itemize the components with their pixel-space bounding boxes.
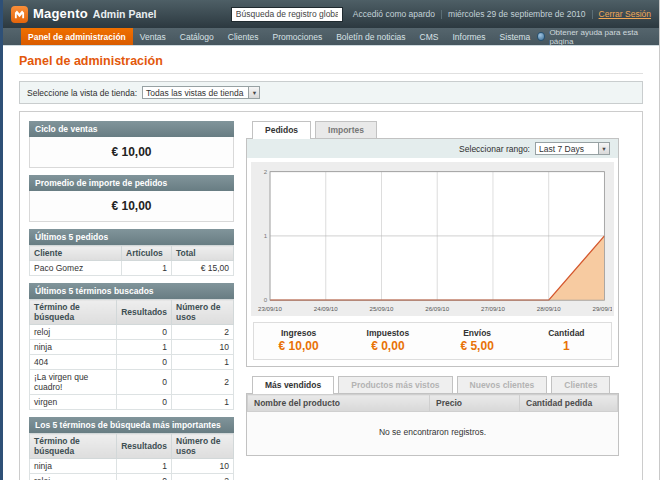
cell-results: 0	[117, 355, 172, 370]
chevron-down-icon	[248, 87, 259, 98]
logout-link[interactable]: Cerrar Sesión	[599, 9, 651, 19]
current-date: miércoles 29 de septiembre de 2010	[448, 9, 586, 19]
cell-results: 0	[117, 395, 172, 410]
table-row[interactable]: Paco Gomez 1 € 15,00	[30, 261, 234, 276]
nav-item-cms[interactable]: CMS	[413, 28, 446, 45]
cell-term: ¡La virgen que cuadro!	[30, 370, 117, 395]
cell-term: ninja	[30, 459, 117, 474]
table-row[interactable]: ninja 1 10	[30, 459, 234, 474]
nav-item-clientes[interactable]: Clientes	[221, 28, 266, 45]
table-header-row: Nombre del producto Precio Cantidad pedi…	[248, 395, 618, 412]
page-help-link[interactable]: Obtener ayuda para esta página	[537, 28, 659, 45]
widget-title: Los 5 términos de búsqueda más important…	[29, 417, 234, 433]
cell-uses: 1	[172, 395, 234, 410]
tab-importes[interactable]: Importes	[315, 121, 377, 138]
col-total: Total	[172, 246, 234, 261]
last-orders-widget: Últimos 5 pedidos Cliente Artículos Tota…	[29, 229, 234, 276]
last-search-terms-table: Término de búsqueda Resultados Número de…	[29, 299, 234, 410]
table-row[interactable]: reloj 0 2	[30, 474, 234, 480]
col-term: Término de búsqueda	[30, 434, 117, 459]
cell-term: 404	[30, 355, 117, 370]
table-header-row: Término de búsqueda Resultados Número de…	[30, 434, 234, 459]
products-table-box: Nombre del producto Precio Cantidad pedi…	[246, 394, 619, 456]
last-orders-table: Cliente Artículos Total Paco Gomez 1 € 1…	[29, 245, 234, 276]
main-navigation: Panel de administración Ventas Catálogo …	[3, 28, 659, 46]
last-search-terms-widget: Últimos 5 términos buscados Término de b…	[29, 283, 234, 410]
table-row[interactable]: 404 0 1	[30, 355, 234, 370]
magento-logo-icon	[11, 6, 28, 23]
cell-items: 1	[122, 261, 172, 276]
sales-cycle-value: € 10,00	[29, 137, 234, 168]
svg-text:1: 1	[264, 232, 268, 239]
col-price: Precio	[430, 395, 520, 412]
top-search-terms-widget: Los 5 términos de búsqueda más important…	[29, 417, 234, 480]
header-bar: Magento Admin Panel Accedió como apardo …	[3, 0, 659, 28]
orders-chart: 01223/09/1024/09/1025/09/1026/09/1027/09…	[253, 166, 612, 315]
widget-title: Ciclo de ventas	[29, 121, 234, 137]
range-select[interactable]: Last 7 Days	[535, 142, 610, 155]
nav-item-ventas[interactable]: Ventas	[133, 28, 173, 45]
cell-uses: 2	[172, 370, 234, 395]
help-icon	[537, 32, 545, 41]
orders-panel: Seleccionar rango: Last 7 Days 01223/09/…	[246, 139, 619, 367]
widget-title: Últimos 5 términos buscados	[29, 283, 234, 299]
col-uses: Número de usos	[172, 300, 234, 325]
cell-results: 1	[117, 340, 172, 355]
col-results: Resultados	[117, 434, 172, 459]
stat-value: € 5,00	[433, 339, 522, 353]
cell-term: ninja	[30, 340, 117, 355]
nav-item-informes[interactable]: Informes	[446, 28, 493, 45]
page-title: Panel de administración	[19, 54, 643, 68]
cell-uses: 1	[172, 355, 234, 370]
cell-total: € 15,00	[172, 261, 234, 276]
svg-text:25/09/10: 25/09/10	[370, 305, 394, 312]
top-search-terms-table: Término de búsqueda Resultados Número de…	[29, 433, 234, 480]
nav-item-promociones[interactable]: Promociones	[266, 28, 330, 45]
tab-mas-vendidos[interactable]: Más vendidos	[252, 376, 334, 394]
table-row[interactable]: ninja 1 10	[30, 340, 234, 355]
dashboard-right-column: Pedidos Importes Seleccionar rango: Last…	[246, 121, 619, 480]
nav-item-boletin[interactable]: Boletín de noticias	[329, 28, 412, 45]
cell-results: 0	[117, 370, 172, 395]
orders-tabbar: Pedidos Importes	[246, 121, 619, 139]
nav-item-catalogo[interactable]: Catálogo	[173, 28, 221, 45]
range-label: Seleccionar rango:	[459, 144, 530, 154]
svg-text:2: 2	[264, 168, 268, 175]
table-row[interactable]: reloj 0 2	[30, 325, 234, 340]
widget-title: Últimos 5 pedidos	[29, 229, 234, 245]
store-view-select[interactable]: Todas las vistas de tienda	[142, 86, 260, 99]
table-row[interactable]: virgen 0 1	[30, 395, 234, 410]
cell-results: 0	[117, 474, 172, 480]
table-row[interactable]: ¡La virgen que cuadro! 0 2	[30, 370, 234, 395]
tab-pedidos[interactable]: Pedidos	[252, 121, 311, 139]
col-product-name: Nombre del producto	[248, 395, 430, 412]
nav-item-dashboard[interactable]: Panel de administración	[21, 28, 133, 45]
stat-impuestos: Impuestos € 0,00	[343, 323, 432, 359]
average-order-value: € 10,00	[29, 191, 234, 222]
stat-value: € 10,00	[254, 339, 343, 353]
stat-envios: Envíos € 5,00	[433, 323, 522, 359]
chart-region: 01223/09/1024/09/1025/09/1026/09/1027/09…	[251, 162, 614, 316]
empty-records-message: No se encontraron registros.	[247, 412, 618, 455]
col-uses: Número de usos	[172, 434, 234, 459]
separator	[441, 10, 442, 19]
global-search-input[interactable]	[231, 7, 343, 22]
nav-item-sistema[interactable]: Sistema	[493, 28, 538, 45]
col-qty-ordered: Cantidad pedida	[520, 395, 618, 412]
col-term: Término de búsqueda	[30, 300, 117, 325]
range-value: Last 7 Days	[536, 144, 598, 154]
store-view-label: Seleccione la vista de tienda:	[27, 88, 137, 98]
stats-row: Ingresos € 10,00 Impuestos € 0,00 Envíos…	[253, 322, 612, 360]
col-items: Artículos	[122, 246, 172, 261]
separator	[592, 10, 593, 19]
store-view-value: Todas las vistas de tienda	[143, 88, 248, 98]
help-label: Obtener ayuda para esta página	[549, 28, 649, 46]
title-divider	[19, 73, 643, 74]
table-header-row: Cliente Artículos Total	[30, 246, 234, 261]
cell-customer: Paco Gomez	[30, 261, 122, 276]
magento-logo: Magento Admin Panel	[11, 6, 156, 23]
dashboard-left-column: Ciclo de ventas € 10,00 Promedio de impo…	[29, 121, 234, 480]
logged-in-as: Accedió como apardo	[353, 9, 435, 19]
stat-label: Ingresos	[254, 328, 343, 338]
col-results: Resultados	[117, 300, 172, 325]
